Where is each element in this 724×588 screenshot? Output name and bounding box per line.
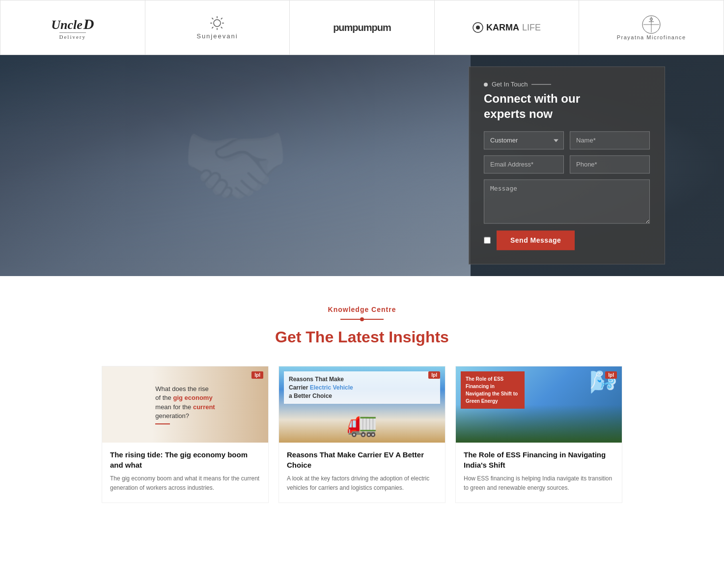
ev-truck-icon: 🚛 [347, 409, 377, 438]
kc-line-right [364, 319, 384, 320]
svg-line-5 [212, 18, 214, 19]
name-input[interactable] [570, 132, 650, 150]
article-excerpt-gig: The gig economy boom and what it means f… [110, 474, 260, 493]
article-badge-2: lpl [428, 371, 440, 379]
article-badge-3: lpl [605, 371, 617, 379]
article-img-overlay-ev: Reasons That MakeCarrier Electric Vehicl… [284, 371, 440, 404]
knowledge-centre-section: Knowledge Centre Get The Latest Insights… [0, 276, 724, 523]
hero-handshake-image [0, 55, 471, 276]
article-excerpt-ess: How ESS financing is helping India navig… [464, 474, 614, 493]
article-image-ess: lpl The Role of ESS Financing in Navigat… [456, 366, 622, 443]
logo-prayatna: Prayatna Microfinance [579, 0, 724, 55]
article-body-gig: The rising tide: The gig economy boom an… [102, 443, 268, 503]
phone-input[interactable] [570, 156, 650, 174]
kc-dot [360, 317, 364, 321]
logo-karmalife: KARMA LIFE [435, 0, 580, 55]
knowledge-centre-label: Knowledge Centre [10, 306, 714, 313]
form-row-email-phone [484, 156, 650, 174]
article-image-ev: lpl Reasons That MakeCarrier Electric Ve… [279, 366, 445, 443]
article-body-ev: Reasons That Make Carrier EV A Better Ch… [279, 443, 445, 503]
article-badge-1: lpl [251, 371, 263, 379]
kc-heading-plain: Get The [275, 328, 338, 346]
customer-type-select[interactable]: Customer Partner Investor Other [484, 132, 564, 150]
contact-heading: Connect with our experts now [484, 91, 650, 121]
message-textarea[interactable] [484, 180, 650, 224]
send-message-button[interactable]: Send Message [497, 231, 575, 251]
svg-line-7 [221, 18, 223, 19]
ess-card-overlay: The Role of ESS Financing in Navigating … [461, 371, 525, 409]
send-row: Send Message [484, 231, 650, 251]
prayatna-icon [641, 15, 661, 34]
article-card-gig: lpl What does the riseof the gig economy… [102, 366, 269, 503]
article-card-ev: lpl Reasons That MakeCarrier Electric Ve… [278, 366, 446, 503]
logo-bar: Uncle D Delivery Sunjeevani pumpumpum [0, 0, 724, 55]
article-excerpt-ev: A look at the key factors driving the ad… [287, 474, 437, 493]
article-body-ess: The Role of ESS Financing in Navigating … [456, 443, 622, 503]
article-card-ess: lpl The Role of ESS Financing in Navigat… [455, 366, 622, 503]
sunjeevani-text: Sunjeevani [196, 32, 238, 40]
get-in-touch-text: Get In Touch [492, 81, 528, 88]
kc-heading-colored: Latest Insights [338, 328, 449, 346]
svg-point-10 [476, 26, 480, 29]
article-title-ev: Reasons That Make Carrier EV A Better Ch… [287, 449, 437, 470]
get-in-touch-label: Get In Touch [484, 81, 650, 88]
hero-section: Get In Touch Connect with our experts no… [0, 55, 724, 276]
articles-grid: lpl What does the riseof the gig economy… [92, 366, 632, 503]
article-title-ess: The Role of ESS Financing in Navigating … [464, 449, 614, 470]
prayatna-text: Prayatna Microfinance [617, 34, 686, 40]
logo-sunjeevani: Sunjeevani [145, 0, 290, 55]
article-img-text-gig: What does the riseof the gig economy mea… [148, 377, 222, 432]
send-checkbox[interactable] [484, 237, 491, 244]
logo-uncle-delivery: Uncle D Delivery [0, 0, 145, 55]
svg-line-6 [221, 27, 223, 28]
email-input[interactable] [484, 156, 564, 174]
svg-line-8 [212, 27, 214, 28]
contact-form-panel: Get In Touch Connect with our experts no… [469, 66, 665, 264]
kc-divider [10, 317, 714, 321]
kc-line-left [340, 319, 360, 320]
article-image-gig: lpl What does the riseof the gig economy… [102, 366, 268, 443]
form-row-message [484, 180, 650, 224]
label-line [531, 84, 551, 84]
form-row-type-name: Customer Partner Investor Other [484, 132, 650, 150]
svg-point-0 [214, 20, 221, 27]
logo-pumpumpum: pumpumpum [290, 0, 435, 55]
sunjeevani-icon [207, 15, 227, 32]
label-dot [484, 83, 488, 86]
article-title-gig: The rising tide: The gig economy boom an… [110, 449, 260, 470]
kc-heading: Get The Latest Insights [10, 328, 714, 346]
karmalife-icon [473, 22, 483, 33]
